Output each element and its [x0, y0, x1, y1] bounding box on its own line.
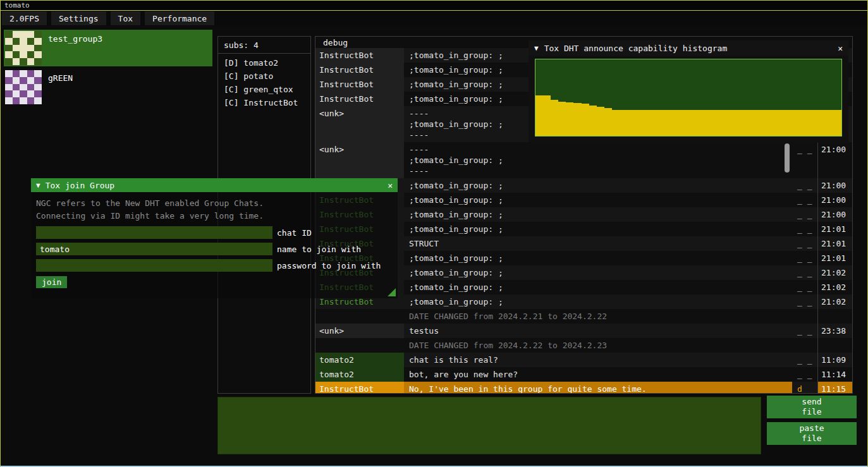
delivery-marks: _ _ — [792, 222, 817, 236]
message-time: 21:02 — [817, 294, 852, 309]
delivery-marks: _ _ — [792, 142, 817, 178]
chat-scrollbar-thumb[interactable] — [785, 143, 790, 173]
message-row[interactable]: <unk> ---- ;tomato_in_group: ; ---- _ _ … — [315, 142, 852, 178]
compose-input[interactable] — [217, 397, 761, 454]
group-name: gREEN — [48, 73, 73, 104]
delivery-marks: _ _ — [792, 207, 817, 222]
join-name-label: name to join with — [277, 245, 361, 254]
message-author: InstructBot — [315, 48, 404, 63]
message-author: InstructBot — [315, 63, 404, 77]
member-item[interactable]: [C] InstructBot — [218, 96, 310, 109]
menu-item[interactable]: Settings — [51, 11, 106, 25]
join-password-label: password to join with — [277, 261, 381, 270]
histogram-window-title: Tox DHT announce capability histogram — [544, 44, 728, 53]
message-author: InstructBot — [315, 92, 404, 106]
paste-file-button[interactable]: paste file — [767, 422, 857, 445]
join-note-line2: Connecting via ID might take a very long… — [36, 210, 393, 222]
chat-id-input[interactable] — [36, 226, 272, 239]
group-avatar-identicon — [5, 31, 42, 65]
delivery-marks: _ _ — [792, 324, 817, 338]
message-text: ;tomato_in_group: ; — [404, 280, 792, 294]
join-password-input[interactable] — [36, 259, 272, 272]
message-time: 11:15 — [817, 382, 852, 394]
menu-item[interactable]: Performance — [145, 11, 214, 25]
delivery-marks — [792, 309, 817, 324]
delivery-marks: _ _ — [792, 193, 817, 207]
chat-id-label: chat ID — [277, 228, 312, 238]
delivery-marks: _ _ — [792, 178, 817, 193]
collapse-arrow-icon[interactable]: ▼ — [534, 44, 539, 52]
message-author: <unk> — [315, 324, 404, 338]
message-row[interactable]: <unk> testus _ _ 23:38 — [315, 324, 852, 338]
window-titlebar: tomato — [1, 1, 867, 11]
message-author: <unk> — [315, 142, 404, 178]
message-time: 21:00 — [817, 193, 852, 207]
message-text: ;tomato_in_group: ; — [404, 207, 792, 222]
delivery-marks: _ _ — [792, 294, 817, 309]
message-row[interactable]: tomato2 chat is this real? _ _ 11:09 — [315, 353, 852, 367]
app-window: tomato 2.0FPS Settings Tox Performance t… — [0, 0, 868, 467]
group-avatar-identicon — [5, 70, 42, 104]
message-text: DATE CHANGED from 2024.2.22 to 2024.2.23 — [404, 338, 792, 353]
menu-item[interactable]: 2.0FPS — [2, 11, 47, 25]
dht-histogram-window: ▼ Tox DHT announce capability histogram … — [529, 40, 848, 143]
member-item[interactable]: [C] potato — [218, 70, 310, 83]
member-list: [D] tomato2 [C] potato [C] green_qtox [C… — [218, 54, 310, 112]
delivery-marks: _ _ — [792, 265, 817, 280]
join-window-title: Tox join Group — [46, 181, 115, 190]
close-icon[interactable]: ✕ — [388, 181, 393, 190]
message-time: 21:01 — [817, 236, 852, 251]
message-text: chat is this real? — [404, 353, 792, 367]
message-row[interactable]: tomato2 bot, are you new here? _ _ 11:14 — [315, 367, 852, 382]
message-text: ;tomato_in_group: ; — [404, 251, 792, 265]
message-text: ;tomato_in_group: ; — [404, 265, 792, 280]
close-icon[interactable]: ✕ — [838, 44, 843, 53]
menu-bar: 2.0FPS Settings Tox Performance — [1, 11, 867, 26]
delivery-marks: _ _ — [792, 251, 817, 265]
message-time — [817, 309, 852, 324]
message-author: InstructBot — [315, 382, 404, 394]
delivery-marks: _ _ — [792, 280, 817, 294]
join-group-window: ▼ Tox join Group ✕ NGC refers to the New… — [31, 178, 398, 298]
message-text: ;tomato_in_group: ; — [404, 193, 792, 207]
dht-histogram-chart — [535, 59, 842, 136]
send-file-button[interactable]: send file — [767, 396, 857, 418]
window-title: tomato — [4, 1, 30, 9]
join-password-field-row: password to join with — [36, 259, 393, 272]
chat-id-field-row: chat ID — [36, 226, 393, 239]
message-text: ;tomato_in_group: ; — [404, 222, 792, 236]
delivery-marks: d — [792, 382, 817, 394]
message-time: 21:00 — [817, 178, 852, 193]
message-time: 21:00 — [817, 142, 852, 178]
message-text: ;tomato_in_group: ; — [404, 294, 792, 309]
group-item-test-group3[interactable]: test_group3 — [4, 30, 212, 66]
collapse-arrow-icon[interactable]: ▼ — [36, 181, 40, 190]
join-window-titlebar: ▼ Tox join Group ✕ — [31, 178, 398, 192]
join-button[interactable]: join — [36, 276, 67, 288]
message-time: 21:01 — [817, 222, 852, 236]
message-time: 21:02 — [817, 280, 852, 294]
message-time: 23:38 — [817, 324, 852, 338]
member-item[interactable]: [C] green_qtox — [218, 83, 310, 96]
join-window-body: NGC refers to the New DHT enabled Group … — [31, 192, 398, 293]
member-item[interactable]: [D] tomato2 — [218, 56, 310, 70]
message-row[interactable]: DATE CHANGED from 2024.2.22 to 2024.2.23 — [315, 338, 852, 353]
delivery-marks — [792, 338, 817, 353]
menu-item[interactable]: Tox — [111, 11, 140, 25]
message-time: 11:09 — [817, 353, 852, 367]
message-text: DATE CHANGED from 2024.2.21 to 2024.2.22 — [404, 309, 792, 324]
join-note-line1: NGC refers to the New DHT enabled Group … — [36, 197, 393, 210]
message-text: STRUCT — [404, 236, 792, 251]
message-author — [315, 309, 404, 324]
message-author: tomato2 — [315, 367, 404, 382]
message-row[interactable]: DATE CHANGED from 2024.2.21 to 2024.2.22 — [315, 309, 852, 324]
message-text: bot, are you new here? — [404, 367, 792, 382]
resize-handle[interactable] — [388, 288, 396, 296]
message-text: No, I've been in this group for quite so… — [404, 382, 792, 394]
join-name-input[interactable] — [36, 243, 272, 255]
message-text: testus — [404, 324, 792, 338]
group-name: test_group3 — [48, 34, 102, 65]
group-item-green[interactable]: gREEN — [4, 69, 212, 106]
message-row[interactable]: InstructBot No, I've been in this group … — [315, 382, 852, 394]
histogram-window-titlebar: ▼ Tox DHT announce capability histogram … — [529, 40, 848, 56]
